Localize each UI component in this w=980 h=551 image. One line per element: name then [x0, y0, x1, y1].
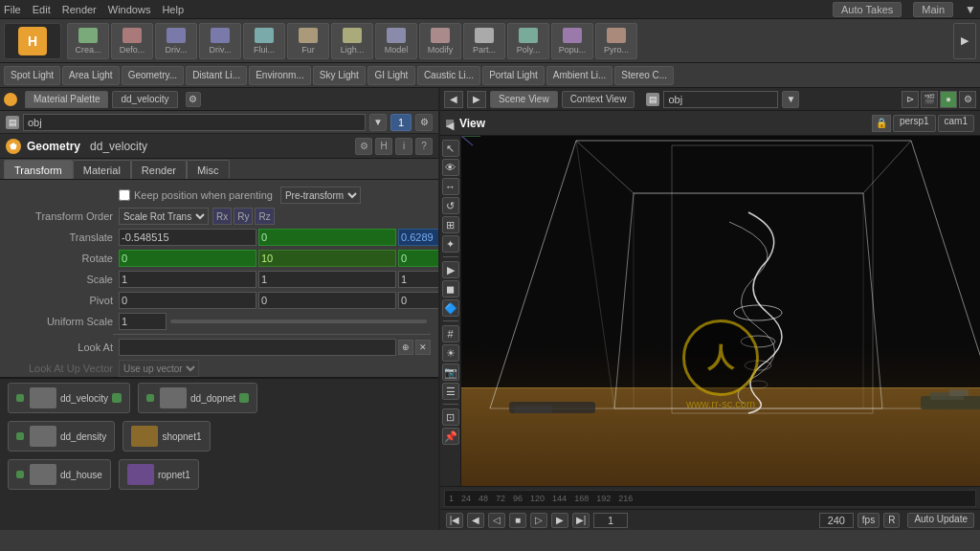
jump-end-btn[interactable]: ▶|	[572, 513, 590, 528]
step-back-btn[interactable]: ◀	[467, 513, 484, 528]
select-tool-btn[interactable]: ↖	[442, 140, 459, 157]
toolbar-driv2[interactable]: Driv...	[199, 23, 241, 59]
node-ropnet1[interactable]: ropnet1	[119, 459, 199, 490]
display-options-btn[interactable]: ◼	[442, 280, 459, 298]
ambient-btn[interactable]: Ambient Li...	[546, 66, 613, 85]
ry-btn[interactable]: Ry	[234, 208, 253, 225]
stereo-c-btn[interactable]: Stereo C...	[614, 66, 674, 85]
look-at-clear-btn[interactable]: ✕	[415, 340, 431, 355]
scene-cam-btn[interactable]: 🎬	[921, 91, 938, 108]
spot-light-btn[interactable]: Spot Light	[4, 66, 60, 85]
main-btn[interactable]: Main	[913, 2, 953, 17]
viewport[interactable]: ↖ 👁 ↔ ↺ ⊞ ✦ ▶ ◼ 🔷 # ☀ 📷 ☰ ⊡ 📌	[440, 136, 980, 486]
geo-question-btn[interactable]: ?	[415, 138, 433, 155]
use-up-vector-select[interactable]: Use up vector	[119, 360, 199, 377]
look-at-input[interactable]	[119, 339, 396, 356]
node-dd-density[interactable]: dd_density	[8, 421, 115, 452]
obj-number-btn[interactable]: 1	[390, 114, 412, 131]
menu-file[interactable]: File	[4, 4, 21, 15]
manip-btn[interactable]: ⊡	[442, 408, 459, 426]
scene-render-btn[interactable]: ●	[940, 91, 957, 108]
translate-z-input[interactable]	[398, 229, 438, 246]
play-fwd-btn[interactable]: ▷	[530, 513, 547, 528]
menu-edit[interactable]: Edit	[33, 4, 51, 15]
translate-tool-btn[interactable]: ↔	[442, 178, 459, 195]
scene-view-back-btn[interactable]: ◀	[444, 91, 463, 108]
node-dd-dopnet[interactable]: dd_dopnet	[138, 383, 257, 413]
portal-light-btn[interactable]: Portal Light	[482, 66, 545, 85]
tab-material[interactable]: Material	[73, 160, 131, 179]
view-cam-btn[interactable]: cam1	[938, 115, 974, 132]
toolbar-fluid[interactable]: Flui...	[243, 23, 285, 59]
timeline-ruler[interactable]: 1 24 48 72 96 120 144 168 192 216	[444, 490, 976, 507]
node-dd-velocity[interactable]: dd_velocity	[8, 383, 130, 413]
menu-help[interactable]: Help	[162, 4, 184, 15]
geo-settings-btn[interactable]: ⚙	[355, 138, 372, 155]
view-persp-btn[interactable]: persp1	[893, 115, 936, 132]
scale-rot-trans-select[interactable]: Scale Rot Trans	[119, 208, 209, 225]
scale-x-input[interactable]	[119, 271, 256, 288]
auto-update-btn[interactable]: Auto Update	[907, 513, 974, 528]
distant-light-btn[interactable]: Distant Li...	[186, 66, 247, 85]
current-frame-input[interactable]	[593, 513, 628, 528]
real-time-btn[interactable]: R	[883, 513, 900, 528]
node-shopnet1[interactable]: shopnet1	[122, 421, 210, 452]
toolbar-part[interactable]: Part...	[463, 23, 505, 59]
scene-settings-btn[interactable]: ⚙	[959, 91, 976, 108]
jump-start-btn[interactable]: |◀	[446, 513, 463, 528]
geo-help-btn[interactable]: H	[375, 138, 392, 155]
scene-pin-btn[interactable]: ⊳	[902, 91, 919, 108]
stop-btn[interactable]: ■	[509, 513, 526, 528]
pivot-z-input[interactable]	[398, 292, 438, 309]
mat-tab-file[interactable]: dd_velocity	[112, 91, 177, 108]
menu-windows[interactable]: Windows	[108, 4, 151, 15]
light-btn[interactable]: ☀	[442, 344, 459, 362]
scale-tool-btn[interactable]: ⊞	[442, 216, 459, 233]
toolbar-create[interactable]: Crea...	[67, 23, 109, 59]
translate-y-input[interactable]	[258, 229, 396, 246]
rotate-x-input[interactable]	[119, 250, 256, 267]
toolbar-pyro[interactable]: Pyro...	[595, 23, 637, 59]
scene-view-tab[interactable]: Scene View	[490, 91, 558, 108]
scene-obj-dropdown-btn[interactable]: ▼	[782, 91, 799, 108]
rotate-z-input[interactable]	[398, 250, 438, 267]
node-dd-house[interactable]: dd_house	[8, 459, 111, 490]
mat-tab-settings[interactable]: ⚙	[186, 92, 201, 107]
gi-light-btn[interactable]: GI Light	[368, 66, 415, 85]
sky-light-btn[interactable]: Sky Light	[313, 66, 366, 85]
area-light-btn[interactable]: Area Light	[62, 66, 120, 85]
obj-list-btn[interactable]: ☰	[442, 383, 459, 400]
geo-info-btn[interactable]: i	[395, 138, 412, 155]
scale-y-input[interactable]	[258, 271, 396, 288]
view-lock-btn[interactable]: 🔒	[872, 115, 891, 132]
grid-btn[interactable]: #	[442, 325, 459, 342]
obj-settings-btn[interactable]: ⚙	[415, 114, 433, 131]
uniform-scale-slider[interactable]	[170, 320, 427, 323]
scale-z-input[interactable]	[398, 271, 438, 288]
menu-render[interactable]: Render	[62, 4, 97, 15]
uniform-scale-input[interactable]	[119, 313, 167, 330]
toolbar-defo[interactable]: Defo...	[111, 23, 153, 59]
look-at-pick-btn[interactable]: ⊕	[398, 340, 413, 355]
toolbar-driv1[interactable]: Driv...	[155, 23, 197, 59]
play-back-btn[interactable]: ◁	[488, 513, 505, 528]
caustic-btn[interactable]: Caustic Li...	[417, 66, 480, 85]
step-fwd-btn[interactable]: ▶	[551, 513, 568, 528]
rotate-tool-btn[interactable]: ↺	[442, 197, 459, 214]
camera-btn[interactable]: 📷	[442, 364, 459, 381]
end-frame-input[interactable]	[819, 513, 854, 528]
render-view-btn[interactable]: ▶	[442, 261, 459, 278]
toolbar-light[interactable]: Ligh...	[331, 23, 373, 59]
context-view-tab[interactable]: Context View	[562, 91, 635, 108]
toolbar-model[interactable]: Model	[375, 23, 417, 59]
obj-dropdown-btn[interactable]: ▼	[369, 114, 387, 131]
toolbar-fur[interactable]: Fur	[287, 23, 329, 59]
geometry-btn[interactable]: Geometry...	[122, 66, 185, 85]
keep-position-checkbox[interactable]	[119, 189, 130, 201]
obj-path-input[interactable]	[23, 114, 366, 131]
rz-btn[interactable]: Rz	[255, 208, 274, 225]
pivot-y-input[interactable]	[258, 292, 396, 309]
environ-btn[interactable]: Environm...	[249, 66, 311, 85]
pretransform-select[interactable]: Pre-transform	[280, 187, 361, 204]
toolbar-popu[interactable]: Popu...	[551, 23, 593, 59]
